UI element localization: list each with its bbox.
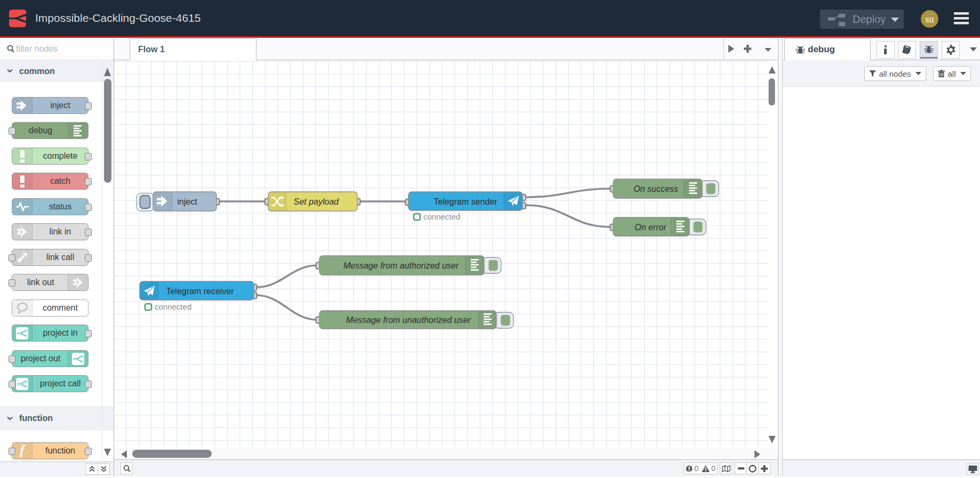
svg-text:connected: connected [423,212,460,221]
svg-text:Set payload: Set payload [294,197,340,206]
svg-text:On success: On success [633,184,678,193]
svg-text:Message from authorized user: Message from authorized user [343,261,459,270]
svg-text:On error: On error [634,223,666,232]
svg-text:Telegram receiver: Telegram receiver [166,287,234,296]
svg-text:Telegram sender: Telegram sender [433,197,497,206]
svg-text:inject: inject [177,197,197,206]
svg-text:Message from unauthorized user: Message from unauthorized user [346,315,471,325]
svg-text:connected: connected [155,302,191,311]
